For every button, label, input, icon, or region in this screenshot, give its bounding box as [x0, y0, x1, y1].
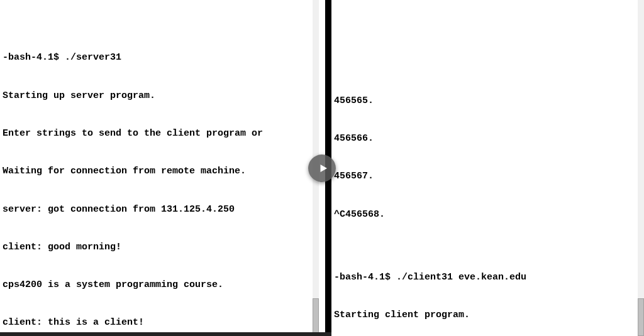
- scrollbar-thumb[interactable]: [638, 298, 644, 336]
- terminal-line: Waiting for connection from remote machi…: [3, 165, 323, 178]
- play-icon: [318, 163, 329, 174]
- terminal-line: -bash-4.1$ ./client31 eve.kean.edu: [334, 271, 641, 284]
- play-button[interactable]: [308, 154, 336, 182]
- terminal-line: ^C456568.: [334, 209, 641, 221]
- terminal-line: Starting client program.: [334, 309, 641, 322]
- terminal-line: Starting up server program.: [3, 90, 323, 102]
- terminal-line: client: good morning!: [3, 241, 323, 254]
- terminal-line: cps4200 is a system programming course.: [3, 279, 323, 291]
- bottom-artifact: [0, 332, 331, 336]
- scrollbar-thumb[interactable]: [313, 298, 319, 336]
- terminal-line: 456567.: [334, 170, 641, 183]
- left-terminal-output: -bash-4.1$ ./server31 Starting up server…: [3, 26, 323, 336]
- terminal-line: Enter strings to send to the client prog…: [3, 127, 323, 140]
- right-terminal[interactable]: tm tm by 456565. 456566. 456567. ^C45656…: [331, 0, 644, 336]
- terminal-line: 456565.: [334, 95, 641, 107]
- right-scrollbar[interactable]: [638, 0, 644, 336]
- terminal-line: server: got connection from 131.125.4.25…: [3, 203, 323, 216]
- left-terminal[interactable]: -bash-4.1$ ./server31 Starting up server…: [0, 0, 331, 336]
- terminal-line: client: this is a client!: [3, 317, 323, 329]
- right-terminal-output: 456565. 456566. 456567. ^C456568. -bash-…: [334, 69, 641, 336]
- terminal-line: 456566.: [334, 133, 641, 145]
- terminal-line: -bash-4.1$ ./server31: [3, 51, 323, 64]
